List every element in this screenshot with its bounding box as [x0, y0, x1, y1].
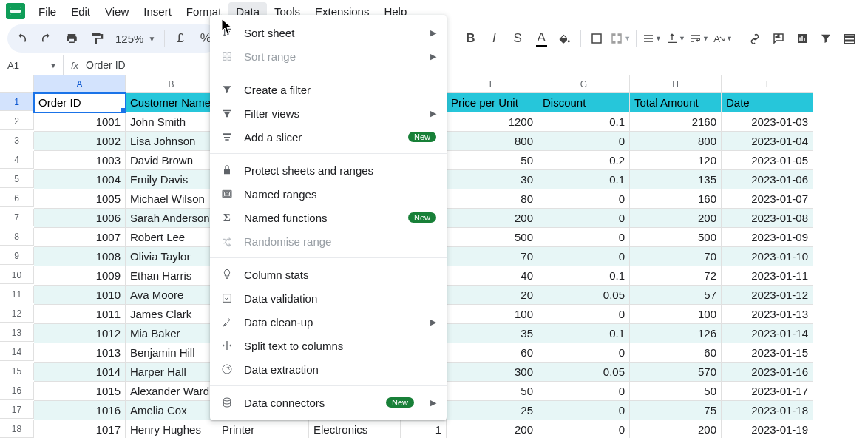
- cell-B16[interactable]: Alexander Ward: [126, 382, 217, 401]
- cell-A2[interactable]: 1001: [34, 112, 126, 132]
- text-color-button[interactable]: A: [530, 26, 552, 51]
- cell-A16[interactable]: 1015: [34, 382, 126, 401]
- horizontal-align-button[interactable]: ▼: [641, 26, 663, 51]
- cell-I15[interactable]: 2023-01-16: [722, 363, 813, 382]
- col-header-A[interactable]: A: [34, 75, 126, 93]
- cell-B15[interactable]: Harper Hall: [126, 363, 217, 382]
- insert-comment-button[interactable]: +: [767, 26, 790, 51]
- cell-B8[interactable]: Robert Lee: [126, 228, 217, 247]
- cell-B14[interactable]: Benjamin Hill: [126, 343, 217, 363]
- row-header-8[interactable]: 8: [0, 228, 34, 246]
- cell-A12[interactable]: 1011: [34, 305, 126, 324]
- filter-button[interactable]: [815, 26, 837, 51]
- menu-filter-views[interactable]: Filter views ▶: [210, 101, 447, 125]
- cell-B4[interactable]: David Brown: [126, 151, 217, 170]
- insert-chart-button[interactable]: [791, 26, 813, 51]
- print-button[interactable]: [59, 26, 84, 51]
- cell-A3[interactable]: 1002: [34, 132, 126, 151]
- text-wrap-button[interactable]: ▼: [688, 26, 711, 51]
- cell-G18[interactable]: 0: [538, 420, 630, 438]
- cell-G13[interactable]: 0.1: [538, 324, 630, 343]
- cell-H2[interactable]: 2160: [630, 112, 722, 132]
- cell-B18[interactable]: Henry Hughes: [126, 420, 217, 438]
- cell-H15[interactable]: 570: [630, 363, 722, 382]
- cell-I16[interactable]: 2023-01-17: [722, 382, 813, 401]
- row-header-11[interactable]: 11: [0, 286, 34, 303]
- row-header-4[interactable]: 4: [0, 151, 34, 169]
- row-header-5[interactable]: 5: [0, 170, 34, 188]
- menu-column-stats[interactable]: Column stats: [210, 263, 447, 286]
- row-header-3[interactable]: 3: [0, 132, 34, 149]
- menu-insert[interactable]: Insert: [136, 2, 179, 21]
- zoom-select[interactable]: 125%▼: [109, 33, 161, 45]
- col-header-H[interactable]: H: [630, 75, 722, 93]
- cell-F3[interactable]: 800: [447, 132, 538, 151]
- cell-H11[interactable]: 57: [630, 286, 722, 305]
- menu-create-filter[interactable]: Create a filter: [210, 78, 447, 101]
- cell-B9[interactable]: Olivia Taylor: [126, 247, 217, 266]
- row-header-12[interactable]: 12: [0, 305, 34, 323]
- cell-F12[interactable]: 100: [447, 305, 538, 324]
- menu-view[interactable]: View: [98, 2, 136, 21]
- menu-protect-sheets[interactable]: Protect sheets and ranges: [210, 158, 447, 182]
- cell-A18[interactable]: 1017: [34, 420, 126, 438]
- cell-F10[interactable]: 40: [447, 266, 538, 286]
- cell-H14[interactable]: 60: [630, 343, 722, 363]
- menu-data-connectors[interactable]: Data connectors New ▶: [210, 391, 447, 414]
- cell-A13[interactable]: 1012: [34, 324, 126, 343]
- cell-A8[interactable]: 1007: [34, 228, 126, 247]
- cell-H5[interactable]: 135: [630, 170, 722, 189]
- cell-F11[interactable]: 20: [447, 286, 538, 305]
- cell-I10[interactable]: 2023-01-11: [722, 266, 813, 286]
- cell-F15[interactable]: 300: [447, 363, 538, 382]
- select-all-corner[interactable]: [0, 75, 34, 93]
- cell-A14[interactable]: 1013: [34, 343, 126, 363]
- menu-edit[interactable]: Edit: [64, 2, 98, 21]
- menu-data-cleanup[interactable]: Data clean-up ▶: [210, 310, 447, 334]
- fill-color-button[interactable]: [554, 26, 576, 51]
- cell-H9[interactable]: 70: [630, 247, 722, 266]
- cell-F17[interactable]: 25: [447, 401, 538, 420]
- cell-G10[interactable]: 0.1: [538, 266, 630, 286]
- cell-F9[interactable]: 70: [447, 247, 538, 266]
- row-header-13[interactable]: 13: [0, 324, 34, 342]
- cell-B12[interactable]: James Clark: [126, 305, 217, 324]
- cell-F8[interactable]: 500: [447, 228, 538, 247]
- text-rotation-button[interactable]: A↘▼: [712, 26, 734, 51]
- row-header-1[interactable]: 1: [0, 93, 34, 111]
- row-header-9[interactable]: 9: [0, 247, 34, 265]
- undo-button[interactable]: [9, 26, 34, 51]
- cell-D18[interactable]: Electronics: [309, 420, 401, 438]
- cell-H4[interactable]: 120: [630, 151, 722, 170]
- cell-G2[interactable]: 0.1: [538, 112, 630, 132]
- cell-G6[interactable]: 0: [538, 189, 630, 209]
- insert-link-button[interactable]: [744, 26, 766, 51]
- cell-A6[interactable]: 1005: [34, 189, 126, 209]
- cell-F14[interactable]: 60: [447, 343, 538, 363]
- name-box[interactable]: A1 ▼: [0, 55, 64, 75]
- cell-F4[interactable]: 50: [447, 151, 538, 170]
- cell-I6[interactable]: 2023-01-07: [722, 189, 813, 209]
- cell-H17[interactable]: 75: [630, 401, 722, 420]
- cell-G4[interactable]: 0.2: [538, 151, 630, 170]
- currency-button[interactable]: £: [168, 26, 193, 51]
- cell-B1[interactable]: Customer Name: [126, 93, 217, 112]
- cell-I5[interactable]: 2023-01-06: [722, 170, 813, 189]
- cell-B3[interactable]: Lisa Johnson: [126, 132, 217, 151]
- cell-G8[interactable]: 0: [538, 228, 630, 247]
- italic-button[interactable]: I: [483, 26, 505, 51]
- cell-H10[interactable]: 72: [630, 266, 722, 286]
- cell-F1[interactable]: Price per Unit: [447, 93, 538, 112]
- merge-cells-button[interactable]: ▼: [609, 26, 631, 51]
- cell-F13[interactable]: 35: [447, 324, 538, 343]
- row-header-17[interactable]: 17: [0, 401, 34, 419]
- cell-G12[interactable]: 0: [538, 305, 630, 324]
- cell-B11[interactable]: Ava Moore: [126, 286, 217, 305]
- cell-G11[interactable]: 0.05: [538, 286, 630, 305]
- cell-I11[interactable]: 2023-01-12: [722, 286, 813, 305]
- table-view-button[interactable]: [838, 26, 861, 51]
- cell-H6[interactable]: 160: [630, 189, 722, 209]
- cell-I9[interactable]: 2023-01-10: [722, 247, 813, 266]
- cell-H13[interactable]: 126: [630, 324, 722, 343]
- cell-G3[interactable]: 0: [538, 132, 630, 151]
